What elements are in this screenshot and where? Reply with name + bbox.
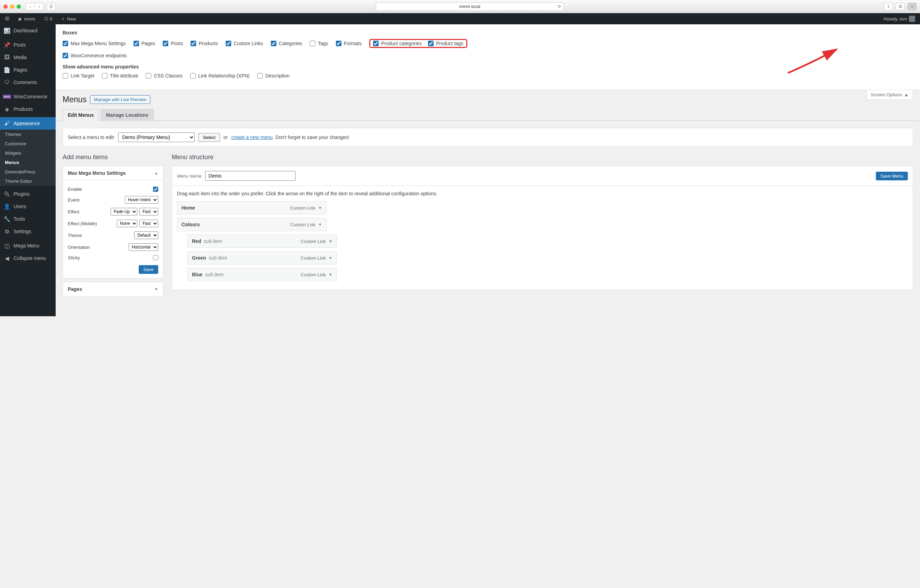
box-pages[interactable]: Pages xyxy=(133,39,155,48)
sticky-checkbox[interactable] xyxy=(153,255,158,260)
box-products[interactable]: Products xyxy=(191,39,218,48)
sidebar-subitem-widgets[interactable]: Widgets xyxy=(0,149,56,158)
effect-mobile-speed-select[interactable]: Fast xyxy=(139,220,158,227)
sidebar-item-collapse[interactable]: ◀Collapse menu xyxy=(0,252,56,265)
accordion-head-mega-menu[interactable]: Max Mega Menu Settings ▲ xyxy=(63,166,163,180)
new-tab-button[interactable]: ＋ xyxy=(907,3,917,10)
site-link[interactable]: 🏠︎mmm xyxy=(16,13,37,24)
box-custom-links[interactable]: Custom Links xyxy=(226,39,263,48)
sidebar-item-appearance[interactable]: 🖌Appearance xyxy=(0,117,56,129)
annotation-highlight: Product categories Product tags xyxy=(369,39,467,48)
box-woocommerce-endpoints[interactable]: WooCommerce endpoints xyxy=(63,53,913,58)
back-button[interactable]: ‹ xyxy=(26,3,35,10)
chevron-up-icon: ▲ xyxy=(154,171,158,175)
effect-speed-select[interactable]: Fast xyxy=(139,208,158,215)
event-select[interactable]: Hover Intent xyxy=(125,196,158,204)
sidebar-item-media[interactable]: 🖼Media xyxy=(0,51,56,64)
sidebar-item-pages[interactable]: 📄Pages xyxy=(0,64,56,76)
box-categories[interactable]: Categories xyxy=(271,39,303,48)
box-posts[interactable]: Posts xyxy=(163,39,183,48)
mm-save-button[interactable]: Save xyxy=(139,265,158,274)
menu-item[interactable]: ColoursCustom Link ▼ xyxy=(177,218,327,231)
url-bar[interactable]: mmm.local ⟳ xyxy=(376,2,564,11)
theme-select[interactable]: Default xyxy=(134,231,158,239)
box-product-tags[interactable]: Product tags xyxy=(428,40,463,46)
sidebar-item-tools[interactable]: 🔧Tools xyxy=(0,213,56,225)
forward-button[interactable]: › xyxy=(35,3,44,10)
adv-link-relationship[interactable]: Link Relationship (XFN) xyxy=(190,73,249,79)
sidebar-item-mega-menu[interactable]: ◫Mega Menu xyxy=(0,239,56,252)
tab-edit-menus[interactable]: Edit Menus xyxy=(63,109,99,121)
adv-css-classes[interactable]: CSS Classes xyxy=(146,73,182,79)
effect-mobile-select[interactable]: None xyxy=(117,220,137,227)
menu-structure-heading: Menu structure xyxy=(172,153,913,161)
comments-link[interactable]: 🗨0 xyxy=(42,13,55,24)
menu-item-type: Custom Link ▼ xyxy=(301,239,332,244)
chevron-down-icon[interactable]: ▼ xyxy=(329,256,332,260)
menu-item[interactable]: Green sub itemCustom Link ▼ xyxy=(188,251,337,265)
sidebar-subitem-theme-editor[interactable]: Theme Editor xyxy=(0,176,56,186)
sidebar-subitem-generatepress[interactable]: GeneratePress xyxy=(0,167,56,176)
menu-item[interactable]: Blue sub itemCustom Link ▼ xyxy=(188,268,337,281)
box-product-categories[interactable]: Product categories xyxy=(373,40,422,46)
sidebar-subitem-customize[interactable]: Customize xyxy=(0,139,56,149)
save-menu-button[interactable]: Save Menu xyxy=(876,172,908,180)
maximize-window-icon[interactable] xyxy=(17,5,21,9)
chevron-down-icon[interactable]: ▼ xyxy=(318,206,322,210)
close-window-icon[interactable] xyxy=(3,5,8,9)
appearance-icon: 🖌 xyxy=(3,120,10,127)
tabs-button[interactable]: ⧉ xyxy=(896,3,905,10)
new-content-link[interactable]: ＋New xyxy=(59,13,78,24)
enable-checkbox[interactable] xyxy=(153,187,158,192)
screen-options-toggle[interactable]: Screen Options ▲ xyxy=(867,90,913,100)
sidebar-item-settings[interactable]: ⚙Settings xyxy=(0,225,56,238)
sidebar-subitem-menus[interactable]: Menus xyxy=(0,158,56,167)
effect-select[interactable]: Fade Up xyxy=(110,208,137,215)
tab-manage-locations[interactable]: Manage Locations xyxy=(101,109,154,121)
menu-name-label: Menu Name xyxy=(177,173,202,179)
menu-item[interactable]: HomeCustom Link ▼ xyxy=(177,201,327,215)
menu-item-title: Red sub item xyxy=(192,238,222,244)
sidebar-item-posts[interactable]: 📌Posts xyxy=(0,39,56,51)
minimize-window-icon[interactable] xyxy=(10,5,14,9)
dashboard-icon: 📊 xyxy=(3,27,10,34)
sidebar-item-comments[interactable]: 🗨Comments xyxy=(0,76,56,89)
sidebar-item-users[interactable]: 👤Users xyxy=(0,200,56,213)
accordion-pages: Pages ▼ xyxy=(63,282,164,296)
sidebar-item-woocommerce[interactable]: wooWooCommerce xyxy=(0,90,56,103)
create-menu-link[interactable]: create a new menu xyxy=(231,134,272,140)
wp-logo[interactable]: ⓦ xyxy=(3,13,11,24)
live-preview-button[interactable]: Manage with Live Preview xyxy=(90,95,150,104)
sidebar-subitem-themes[interactable]: Themes xyxy=(0,129,56,139)
accordion-head-pages[interactable]: Pages ▼ xyxy=(63,282,163,296)
woocommerce-icon: woo xyxy=(3,93,10,100)
orientation-select[interactable]: Horizontal xyxy=(129,243,158,251)
box-tags[interactable]: Tags xyxy=(310,39,328,48)
sidebar-item-plugins[interactable]: 🔌Plugins xyxy=(0,187,56,200)
menu-select[interactable]: Demo (Primary Menu) xyxy=(118,132,195,142)
menu-name-input[interactable] xyxy=(205,171,296,181)
sidebar-item-products[interactable]: ◈Products xyxy=(0,103,56,115)
sidebar-item-dashboard[interactable]: 📊Dashboard xyxy=(0,24,56,37)
sidebar-appearance-submenu: Themes Customize Widgets Menus GenerateP… xyxy=(0,129,56,186)
menu-item-title: Green sub item xyxy=(192,255,227,261)
refresh-icon[interactable]: ⟳ xyxy=(558,4,561,9)
my-account[interactable]: Howdy, tom xyxy=(881,13,917,24)
chevron-down-icon[interactable]: ▼ xyxy=(318,223,322,226)
menu-item-type: Custom Link ▼ xyxy=(290,222,322,227)
share-button[interactable]: ⇪ xyxy=(884,3,893,10)
sidebar-toggle-button[interactable]: ☰ xyxy=(47,3,56,10)
chevron-down-icon[interactable]: ▼ xyxy=(329,239,332,243)
avatar xyxy=(909,16,915,22)
menu-item[interactable]: Red sub itemCustom Link ▼ xyxy=(188,234,337,248)
adv-title-attribute[interactable]: Title Attribute xyxy=(102,73,138,79)
box-max-mega-menu[interactable]: Max Mega Menu Settings xyxy=(63,39,126,48)
adv-description[interactable]: Description xyxy=(257,73,290,79)
menu-item-type: Custom Link ▼ xyxy=(290,205,322,211)
or-text: or xyxy=(224,134,228,140)
adv-link-target[interactable]: Link Target xyxy=(63,73,94,79)
select-button[interactable]: Select xyxy=(198,133,220,142)
chevron-down-icon[interactable]: ▼ xyxy=(329,273,332,276)
box-formats[interactable]: Formats xyxy=(336,39,361,48)
screen-options-panel: Boxes Max Mega Menu Settings Pages Posts… xyxy=(56,24,920,90)
